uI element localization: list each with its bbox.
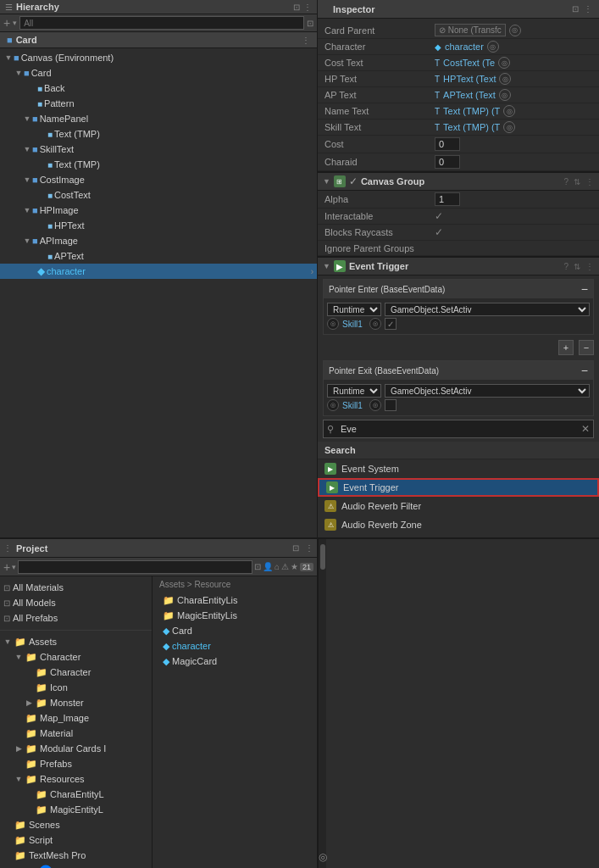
proj-label-magic-entity: MagicEntityL [50,804,103,815]
help-icon-et[interactable]: ? [563,262,568,271]
proj-item-character-sub[interactable]: 📁 Character [0,665,152,680]
inspector-lock-icon[interactable]: ⊡ [572,4,579,14]
pointer-exit-minus[interactable]: − [581,364,588,377]
event-remove-btn[interactable]: − [579,340,594,355]
pointer-exit-function[interactable]: GameObject.SetActiv [385,384,590,398]
event-trigger-section[interactable]: ▼ ▶ Event Trigger ? ⇅ ⋮ [318,256,599,275]
asset-item-chara-entity-list[interactable]: 📁 CharaEntityLis [159,593,310,608]
tree-item-costtext[interactable]: ■ CostText [0,187,317,203]
project-add-btn[interactable]: + [3,560,10,574]
tree-item-card[interactable]: ▼ ■ Card [0,65,317,81]
menu-icon-et[interactable]: ⋮ [585,262,594,271]
pointer-enter-checkbox[interactable]: ✓ [385,318,397,330]
prop-skill-text: Skill Text T Text (TMP) (T ◎ [318,120,599,136]
proj-item-chara-entity[interactable]: 📁 CharaEntityL [0,787,152,802]
blocks-raycasts-check[interactable]: ✓ [435,226,443,238]
result-audio-reverb-filter[interactable]: ⚠ Audio Reverb Filter [318,497,599,515]
project-icon2[interactable]: 👤 [263,562,273,571]
tree-item-hptext[interactable]: ■ HPText [0,218,317,233]
pointer-enter-function[interactable]: GameObject.SetActiv [385,303,590,316]
clear-search-icon[interactable]: ✕ [578,421,593,437]
arrow-assets: ▼ [3,637,12,646]
proj-item-character[interactable]: ▼ 📁 Character [0,649,152,665]
tree-item-pattern[interactable]: ■ Pattern [0,96,317,111]
circle-btn-cost-text[interactable]: ◎ [498,57,510,69]
add-arrow-icon[interactable]: ▾ [13,19,17,27]
circle-btn-character[interactable]: ◎ [487,41,499,53]
result-audio-reverb-zone[interactable]: ⚠ Audio Reverb Zone [318,515,599,534]
circle-btn-skill-text[interactable]: ◎ [503,121,515,133]
proj-filter-all-materials[interactable]: ⊡ All Materials [0,580,152,595]
prop-cost-value: 0 [435,137,460,151]
proj-item-modular-cards[interactable]: ▶ 📁 Modular Cards I [0,741,152,756]
pointer-enter-minus[interactable]: − [581,282,588,296]
proj-item-script[interactable]: 📁 Script [0,832,152,848]
tree-item-aptext[interactable]: ■ APText [0,248,317,264]
tree-item-back[interactable]: ■ Back [0,81,317,96]
proj-item-resources[interactable]: ▼ 📁 Resources [0,771,152,787]
proj-filter-all-prefabs[interactable]: ⊡ All Prefabs [0,610,152,626]
prop-ap-text-value: APText (Text [443,90,496,100]
proj-item-prefabs[interactable]: 📁 Prefabs [0,756,152,771]
asset-item-character[interactable]: ◆ character [159,638,310,654]
tree-item-namepanel[interactable]: ▼ ■ NamePanel [0,111,317,126]
proj-filter-all-models[interactable]: ⊡ All Models [0,595,152,610]
proj-item-assets[interactable]: ▼ 📁 Assets [0,634,152,649]
event-add-btn[interactable]: + [558,340,574,355]
circle-btn-card-parent[interactable]: ◎ [509,25,521,36]
proj-item-material[interactable]: 📁 Material [0,726,152,741]
asset-item-magic-entity-list[interactable]: 📁 MagicEntityLis [159,608,310,623]
pointer-exit-skill-label: Skill1 [342,401,363,410]
asset-item-card[interactable]: ◆ Card [159,623,310,638]
tree-item-text-tmp-2[interactable]: ■ Text (TMP) [0,157,317,172]
settings-icon-et[interactable]: ⇅ [574,262,580,271]
hierarchy-search-input[interactable] [19,16,304,30]
tree-item-apimage[interactable]: ▼ ■ APImage [0,233,317,248]
proj-item-map-image[interactable]: 📁 Map_Image [0,710,152,726]
interactable-check[interactable]: ✓ [435,210,443,222]
project-add-arrow[interactable]: ▾ [12,563,16,571]
project-icon3[interactable]: ⌂ [275,562,280,571]
pointer-exit-checkbox[interactable] [385,399,397,411]
inspector-tab[interactable]: Inspector [324,3,384,16]
project-search-input[interactable] [18,560,252,574]
result-event-system[interactable]: ▶ Event System [318,459,599,478]
asset-item-magic-card[interactable]: ◆ MagicCard [159,654,310,669]
scene-menu-icon[interactable]: ⋮ [302,36,310,45]
canvas-group-section[interactable]: ▼ ⊞ ✓ Canvas Group ? ⇅ ⋮ [318,171,599,191]
circle-btn-ap-text[interactable]: ◎ [499,89,511,101]
tree-item-character[interactable]: ◆ character › [0,264,317,279]
pointer-exit-runtime[interactable]: Runtime [327,384,381,398]
bottom-circle-icon[interactable]: ◎ [319,851,327,863]
proj-item-magic-entity[interactable]: 📁 MagicEntityL [0,802,152,817]
inspector-menu-icon[interactable]: ⋮ [584,4,592,14]
proj-item-icon[interactable]: 📁 Icon [0,680,152,695]
file-icon-magic-card: ◆ [163,656,169,667]
proj-item-textmesh-pro[interactable]: 📁 TextMesh Pro [0,848,152,863]
circle-btn-name-text[interactable]: ◎ [503,105,515,117]
tree-item-text-tmp-1[interactable]: ■ Text (TMP) [0,126,317,142]
circle-btn-hp-text[interactable]: ◎ [499,73,511,85]
component-search-input[interactable] [341,420,574,437]
project-icon1[interactable]: ⊡ [254,562,261,571]
result-event-trigger[interactable]: ▶ Event Trigger [318,478,599,497]
settings-icon[interactable]: ⇅ [574,177,580,186]
prop-name-text: Name Text T Text (TMP) (T ◎ [318,103,599,120]
tree-item-costimage[interactable]: ▼ ■ CostImage [0,172,317,187]
search-results-label: Search [318,442,599,459]
canvas-group-check[interactable]: ✓ [349,175,358,187]
canvas-group-icon: ⊞ [334,175,346,187]
pointer-enter-runtime[interactable]: Runtime [327,303,381,316]
tree-item-skilltext[interactable]: ▼ ■ SkillText [0,142,317,157]
project-icon4[interactable]: ⚠ [281,562,289,571]
tree-item-canvas[interactable]: ▼ ■ Canvas (Environment) [0,50,317,65]
proj-label-prefabs: Prefabs [40,759,72,769]
add-icon[interactable]: + [3,16,10,30]
proj-item-monster[interactable]: ▶ 📁 Monster [0,695,152,710]
arrow-canvas: ▼ [3,53,14,62]
menu-icon-cg[interactable]: ⋮ [585,177,594,186]
proj-item-scenes[interactable]: 📁 Scenes [0,817,152,832]
help-icon[interactable]: ? [563,177,568,186]
project-icon5[interactable]: ★ [291,562,298,571]
tree-item-hpimage[interactable]: ▼ ■ HPImage [0,203,317,218]
